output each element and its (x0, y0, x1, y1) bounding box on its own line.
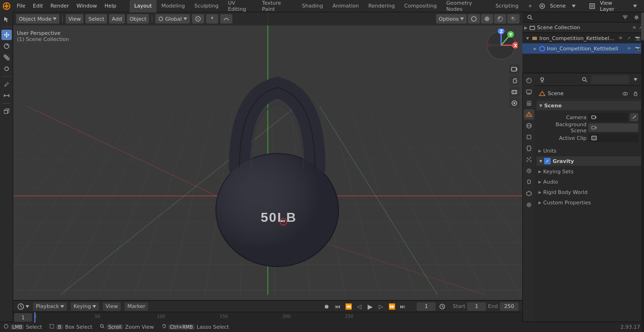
rigid-body-world-header[interactable]: ▶ Rigid Body World (537, 187, 641, 197)
object-tab[interactable] (524, 132, 534, 142)
playback-btn[interactable]: Playback (33, 302, 67, 311)
physics-tab[interactable] (524, 166, 534, 176)
tab-layout[interactable]: Layout (130, 0, 157, 12)
prop-search-icon[interactable] (580, 75, 589, 84)
tab-rendering[interactable]: Rendering (363, 0, 399, 12)
next-frame-btn[interactable]: ▷ (376, 302, 386, 311)
camera-field[interactable] (588, 113, 628, 121)
transform-tool-icon[interactable] (1, 64, 12, 74)
object-data-tab[interactable] (524, 188, 534, 199)
scene-dropdown[interactable] (569, 2, 578, 10)
object-mode-btn[interactable]: Object Mode (16, 14, 59, 24)
tab-compositing[interactable]: Compositing (400, 0, 442, 12)
start-frame-field[interactable]: 1 (467, 302, 486, 311)
mode-cursor-icon[interactable] (1, 14, 12, 24)
menu-render[interactable]: Render (47, 0, 73, 12)
units-header[interactable]: ▶ Units (537, 146, 641, 155)
constraints-tab[interactable] (524, 177, 534, 187)
menu-help[interactable]: Help (101, 0, 120, 12)
solid-btn[interactable] (481, 14, 493, 24)
rendered-btn[interactable] (507, 14, 520, 24)
material-preview-btn[interactable] (494, 14, 506, 24)
add-workspace-tab[interactable]: + (523, 0, 537, 12)
tab-texture-paint[interactable]: Texture Paint (257, 0, 297, 12)
menu-file[interactable]: File (13, 0, 29, 12)
film-icon[interactable] (509, 87, 520, 97)
world-tab[interactable] (524, 121, 534, 131)
record-btn[interactable]: ⏺ (322, 302, 331, 311)
view-layer-dropdown[interactable] (630, 2, 640, 10)
timeline-frame-indicator[interactable]: 1 (14, 313, 32, 322)
custom-properties-header[interactable]: ▶ Custom Properties (537, 198, 641, 207)
viewport-view-btn[interactable]: View (66, 14, 83, 24)
item-hide-icon[interactable]: ↗ (625, 34, 633, 42)
viewport-add-btn[interactable]: Add (109, 14, 124, 24)
keying-sets-header[interactable]: ▶ Keying Sets (537, 167, 641, 176)
scale-tool-icon[interactable] (1, 52, 12, 63)
modifier-tab[interactable] (524, 143, 534, 154)
proportional-btn[interactable] (192, 14, 204, 24)
wireframe-btn[interactable] (468, 14, 480, 24)
scene-section-header[interactable]: ▼ Scene (537, 101, 641, 110)
material-tab[interactable] (524, 200, 534, 210)
outliner-item-collection[interactable]: ▼ Iron_Competition_Kettlebell_v 👁 ↗ 📷 (522, 33, 644, 43)
end-frame-field[interactable]: 250 (500, 302, 519, 311)
hand-tool-icon[interactable] (509, 75, 520, 86)
play-btn[interactable]: ▶ (365, 302, 375, 311)
active-clip-field[interactable] (588, 134, 638, 142)
proportional-falloff-btn[interactable] (220, 14, 232, 24)
gravity-checkbox[interactable]: ✓ (544, 158, 551, 164)
skip-start-btn[interactable]: ⏮ (333, 302, 342, 311)
snap-btn[interactable] (206, 14, 218, 24)
viewport-select-btn[interactable]: Select (85, 14, 107, 24)
move-tool-icon[interactable] (1, 30, 12, 40)
prop-eye-icon[interactable] (620, 89, 630, 98)
mesh-viewport-icon[interactable]: 👁 (625, 45, 633, 52)
viewport-object-btn[interactable]: Object (127, 14, 149, 24)
scene-tab[interactable] (524, 109, 534, 120)
tab-geometry-nodes[interactable]: Geometry Nodes (441, 0, 491, 12)
measure-tool-icon[interactable] (1, 90, 12, 101)
tab-modeling[interactable]: Modeling (157, 0, 190, 12)
menu-window[interactable]: Window (73, 0, 100, 12)
audio-header[interactable]: ▶ Audio (537, 177, 641, 186)
particles-tab[interactable] (524, 154, 534, 165)
outliner-filter-icon[interactable] (620, 13, 630, 22)
prop-filter-icon[interactable] (631, 75, 640, 84)
menu-edit[interactable]: Edit (29, 0, 47, 12)
render-tab[interactable] (524, 75, 534, 86)
tab-sculpting[interactable]: Sculpting (190, 0, 223, 12)
view-layer-tab[interactable] (524, 98, 534, 108)
viewport-gizmo[interactable]: X Y Z (485, 29, 518, 62)
item-camera-icon[interactable]: 📷 (634, 34, 641, 42)
keying-btn[interactable]: Keying (71, 302, 99, 311)
view-btn[interactable]: View (103, 302, 121, 311)
viewport[interactable]: 50LB Object Mode (13, 12, 522, 300)
prop-pin-icon[interactable] (537, 75, 547, 84)
scene-icon-btn[interactable] (537, 89, 547, 98)
prev-keyframe-btn[interactable]: ⏪ (344, 302, 353, 311)
outliner-settings-icon[interactable] (632, 13, 641, 22)
expand-icon-1[interactable]: ▼ (525, 36, 530, 40)
annotate-tool-icon[interactable] (1, 79, 12, 89)
timeline-numbers[interactable]: 1 50 100 150 200 250 1 (13, 312, 522, 323)
viewport-options-btn[interactable]: Options (436, 14, 467, 24)
transform-dropdown[interactable]: Global (155, 14, 190, 24)
frame-time-icon[interactable] (438, 302, 447, 311)
outliner-item-mesh[interactable]: ▶ Iron_Competition_Kettlebell 👁 📷 (522, 43, 644, 54)
current-frame-field[interactable]: 1 (417, 302, 436, 311)
tab-scripting[interactable]: Scripting (491, 0, 523, 12)
tab-shading[interactable]: Shading (297, 0, 328, 12)
skip-end-btn[interactable]: ⏭ (398, 302, 407, 311)
marker-btn[interactable]: Marker (124, 302, 148, 311)
prop-lock-icon[interactable] (631, 89, 640, 98)
item-viewport-icon[interactable]: 👁 (617, 34, 624, 42)
tab-uv-editing[interactable]: UV Editing (223, 0, 257, 12)
tab-animation[interactable]: Animation (328, 0, 363, 12)
next-keyframe-btn[interactable]: ⏩ (387, 302, 396, 311)
prev-frame-btn[interactable]: ◁ (355, 302, 364, 311)
render-icon[interactable] (509, 98, 520, 108)
background-scene-field[interactable] (588, 123, 638, 132)
outliner-search-icon[interactable] (525, 13, 535, 22)
camera-edit-btn[interactable] (630, 113, 638, 121)
